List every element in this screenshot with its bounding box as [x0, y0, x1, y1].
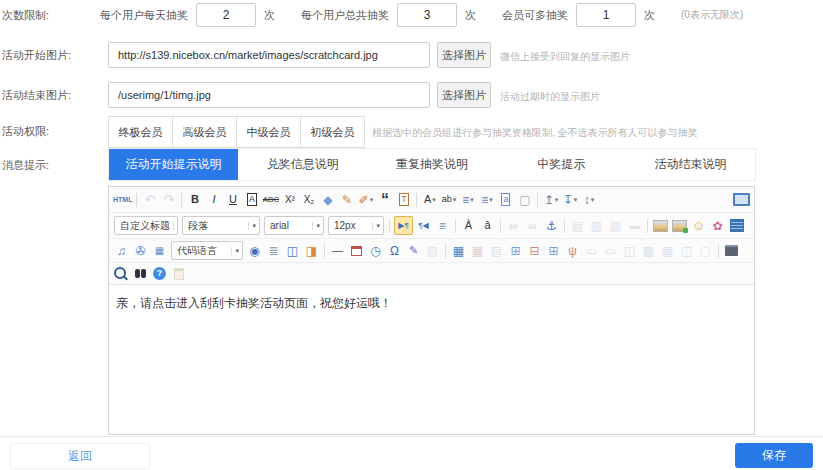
toolbar-separator — [455, 219, 456, 233]
fullscreen-icon[interactable] — [733, 191, 750, 208]
italic-icon[interactable]: I — [205, 191, 222, 208]
tab-2[interactable]: 兑奖信息说明 — [238, 149, 367, 180]
chevron-down-icon: ▾ — [489, 196, 493, 203]
attachment-icon[interactable]: ✇ — [132, 242, 149, 259]
insert-col-icon[interactable]: ⊞ — [545, 242, 562, 259]
table-title-icon: ▤ — [488, 242, 505, 259]
end-image-input[interactable] — [108, 82, 430, 108]
paragraph-spacing-bottom-icon[interactable]: ↧▾ — [561, 191, 578, 208]
emotion-icon[interactable]: ☺ — [690, 217, 707, 234]
char-border-icon[interactable]: A — [243, 191, 260, 208]
undo-glyph: ↶ — [145, 193, 156, 206]
source-code-icon[interactable]: HTML — [113, 191, 132, 208]
blank-doc-icon[interactable]: ▢ — [516, 191, 533, 208]
insert-table-icon[interactable]: ▦ — [450, 242, 467, 259]
search-replace-icon[interactable] — [113, 265, 130, 282]
underline-icon[interactable]: U — [224, 191, 241, 208]
editor-content[interactable]: 亲，请点击进入刮刮卡抽奖活动页面，祝您好运哦！ — [109, 285, 754, 434]
format-brush-icon[interactable]: ✎ — [338, 191, 355, 208]
rtl-icon[interactable]: ¶◀ — [415, 217, 432, 234]
paragraph-spacing-top-icon[interactable]: ↥▾ — [542, 191, 559, 208]
superscript-icon[interactable]: X² — [281, 191, 298, 208]
ordered-list-icon[interactable]: ≡▾ — [459, 191, 476, 208]
member-extra-draw-input[interactable] — [576, 3, 636, 27]
toolbar-separator — [181, 193, 182, 207]
insert-image-icon[interactable] — [652, 217, 669, 234]
page-break-icon[interactable]: ≣ — [265, 242, 282, 259]
text-highlight-icon[interactable]: ab▾ — [440, 191, 457, 208]
quick-date-icon[interactable]: ▦ — [151, 242, 168, 259]
tab-5[interactable]: 活动结束说明 — [626, 149, 755, 180]
preview-icon[interactable] — [132, 265, 149, 282]
back-button[interactable]: 返回 — [10, 443, 150, 469]
paragraph-indent-icon[interactable]: ≡ — [434, 217, 451, 234]
member-extra-draw-label: 会员可多抽奖 — [502, 8, 568, 23]
paste-plain-text-icon[interactable]: T — [395, 191, 412, 208]
horizontal-rule-icon[interactable]: — — [329, 242, 346, 259]
tab-4[interactable]: 中奖提示 — [497, 149, 626, 180]
image-left-float-glyph: ▥ — [591, 220, 602, 232]
source-code-glyph: HTML — [113, 196, 132, 203]
table-align-left-glyph: ▭ — [586, 245, 597, 257]
total-draw-unit-label: 次 — [465, 8, 476, 23]
message-tabs: 活动开始提示说明兑奖信息说明重复抽奖说明中奖提示活动结束说明 — [108, 148, 756, 181]
daily-draw-limit-input[interactable] — [196, 3, 256, 27]
font-color-glyph: A — [424, 194, 431, 205]
tab-1[interactable]: 活动开始提示说明 — [109, 149, 238, 180]
chevron-down-icon: ▾ — [312, 222, 321, 230]
member-option-1[interactable]: 终极会员 — [109, 117, 173, 147]
member-option-3[interactable]: 中级会员 — [237, 117, 301, 147]
start-image-pick-button[interactable]: 选择图片 — [437, 42, 491, 68]
subscript-icon[interactable]: X₂ — [300, 191, 317, 208]
strikethrough-icon[interactable]: ABC — [262, 191, 279, 208]
paragraph-select[interactable]: 段落▾ — [182, 216, 260, 235]
chevron-down-icon: ▾ — [591, 196, 595, 203]
snapshot-icon[interactable]: ◨ — [303, 242, 320, 259]
total-draw-limit-input[interactable] — [397, 3, 457, 27]
blockquote-icon[interactable]: “ — [376, 191, 393, 208]
insert-iframe-icon[interactable]: ◫ — [284, 242, 301, 259]
insert-video-icon[interactable] — [728, 217, 745, 234]
insert-time-icon[interactable]: ◷ — [367, 242, 384, 259]
custom-title-select[interactable]: 自定义标题▾ — [114, 216, 178, 235]
unordered-list-icon[interactable]: ≡▾ — [478, 191, 495, 208]
delete-row-icon[interactable]: ⊟ — [526, 242, 543, 259]
map-icon[interactable]: ◉ — [246, 242, 263, 259]
table-align-center-icon: ▭ — [602, 242, 619, 259]
insert-date-icon[interactable] — [348, 242, 365, 259]
merge-cells-icon[interactable]: ⊞ — [507, 242, 524, 259]
anchor-icon[interactable]: ⚓ — [543, 217, 560, 234]
help-icon[interactable]: ? — [151, 265, 168, 282]
print-icon[interactable] — [723, 242, 740, 259]
font-color-icon[interactable]: A▾ — [421, 191, 438, 208]
start-image-input[interactable] — [108, 42, 430, 68]
ltr-icon[interactable]: ▶¶ — [394, 216, 413, 235]
font-family-select[interactable]: arial▾ — [264, 216, 324, 235]
tab-3[interactable]: 重复抽奖说明 — [367, 149, 496, 180]
insert-audio-icon[interactable]: ♫ — [113, 242, 130, 259]
end-image-pick-button[interactable]: 选择图片 — [437, 82, 491, 108]
code-language-select[interactable]: 代码语言▾ — [171, 241, 243, 260]
bold-icon[interactable]: B — [186, 191, 203, 208]
message-edit-icon[interactable]: ✎ — [405, 242, 422, 259]
auto-typeset-icon[interactable]: a — [497, 191, 514, 208]
toolbar-separator — [324, 244, 325, 258]
image-transfer-icon[interactable] — [671, 217, 688, 234]
split-cell-icon[interactable]: ψ — [564, 242, 581, 259]
member-option-2[interactable]: 高级会员 — [173, 117, 237, 147]
scrawl-icon[interactable]: ✿ — [709, 217, 726, 234]
insert-col-glyph: ⊞ — [548, 245, 558, 257]
scrawl-pen-icon[interactable]: ✐▾ — [357, 191, 374, 208]
font-size-select[interactable]: 12px▾ — [328, 216, 384, 235]
line-height-icon[interactable]: ↕▾ — [580, 191, 597, 208]
ltr-glyph: ▶¶ — [398, 222, 408, 230]
member-extra-unit-label: 次 — [644, 8, 655, 23]
to-uppercase-icon[interactable]: Â — [460, 217, 477, 234]
member-option-4[interactable]: 初级会员 — [301, 117, 364, 147]
save-button[interactable]: 保存 — [735, 443, 813, 468]
to-lowercase-icon[interactable]: â — [479, 217, 496, 234]
eraser-icon[interactable]: ◆ — [319, 191, 336, 208]
horizontal-rule-glyph: — — [332, 245, 343, 256]
insert-date-glyph — [351, 246, 362, 256]
special-char-icon[interactable]: Ω — [386, 242, 403, 259]
